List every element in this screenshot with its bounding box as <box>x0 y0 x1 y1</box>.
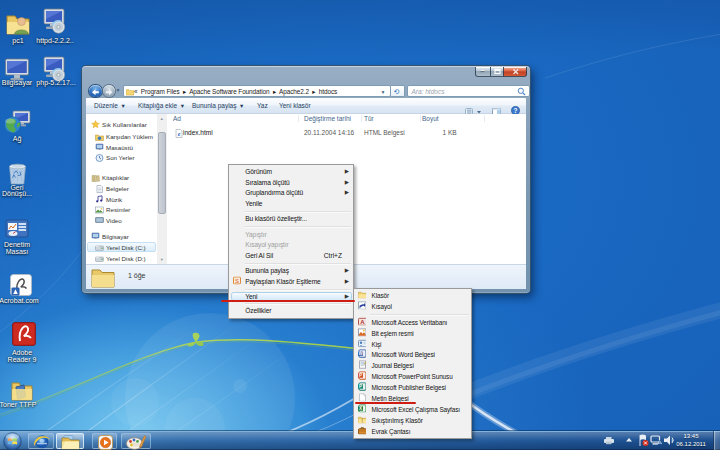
svg-text:?: ? <box>514 107 518 114</box>
svg-text:X: X <box>358 406 361 411</box>
svg-text:A: A <box>360 319 365 325</box>
svg-text:S: S <box>234 278 238 284</box>
svg-text:e: e <box>177 131 180 137</box>
svg-text:P: P <box>358 373 361 378</box>
svg-text:P: P <box>358 384 361 389</box>
